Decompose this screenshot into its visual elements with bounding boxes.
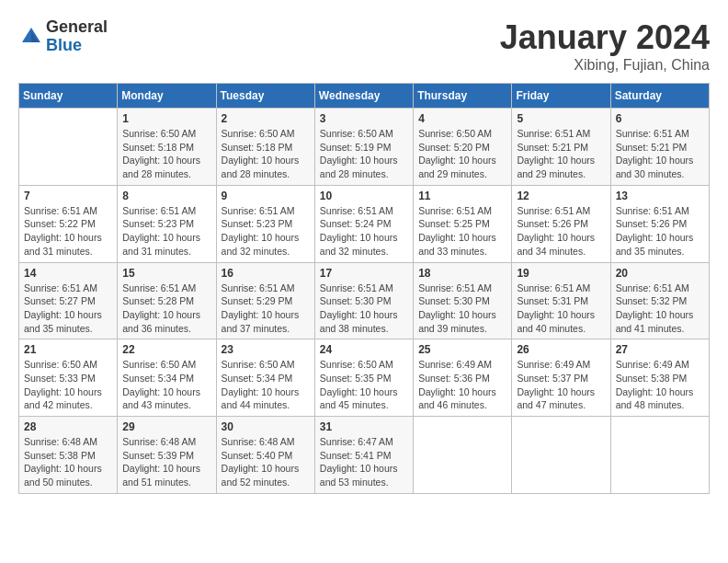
calendar-header-thursday: Thursday: [414, 84, 512, 109]
calendar-cell: 21Sunrise: 6:50 AM Sunset: 5:33 PM Dayli…: [19, 339, 118, 417]
day-info: Sunrise: 6:51 AM Sunset: 5:31 PM Dayligh…: [517, 282, 605, 336]
day-number: 1: [122, 112, 210, 125]
day-info: Sunrise: 6:50 AM Sunset: 5:35 PM Dayligh…: [320, 358, 408, 412]
calendar-week-row: 28Sunrise: 6:48 AM Sunset: 5:38 PM Dayli…: [19, 417, 710, 494]
day-info: Sunrise: 6:51 AM Sunset: 5:23 PM Dayligh…: [222, 204, 310, 259]
calendar-cell: 8Sunrise: 6:51 AM Sunset: 5:23 PM Daylig…: [118, 185, 216, 262]
calendar-cell: 3Sunrise: 6:50 AM Sunset: 5:19 PM Daylig…: [314, 109, 413, 186]
day-number: 4: [418, 112, 506, 125]
day-info: Sunrise: 6:51 AM Sunset: 5:22 PM Dayligh…: [24, 204, 112, 259]
calendar-cell: 16Sunrise: 6:51 AM Sunset: 5:29 PM Dayli…: [216, 262, 314, 339]
day-info: Sunrise: 6:51 AM Sunset: 5:30 PM Dayligh…: [320, 282, 408, 336]
day-info: Sunrise: 6:50 AM Sunset: 5:34 PM Dayligh…: [222, 358, 310, 412]
day-info: Sunrise: 6:50 AM Sunset: 5:20 PM Dayligh…: [418, 127, 506, 181]
calendar-cell: [19, 109, 118, 186]
day-number: 10: [320, 190, 408, 202]
calendar-cell: 30Sunrise: 6:48 AM Sunset: 5:40 PM Dayli…: [216, 417, 314, 494]
day-number: 19: [517, 267, 605, 280]
day-info: Sunrise: 6:51 AM Sunset: 5:32 PM Dayligh…: [616, 282, 704, 336]
day-info: Sunrise: 6:51 AM Sunset: 5:21 PM Dayligh…: [517, 127, 605, 181]
day-info: Sunrise: 6:50 AM Sunset: 5:18 PM Dayligh…: [222, 127, 310, 181]
day-info: Sunrise: 6:48 AM Sunset: 5:40 PM Dayligh…: [222, 435, 310, 489]
calendar-header-saturday: Saturday: [610, 84, 709, 109]
day-number: 12: [517, 190, 605, 202]
day-info: Sunrise: 6:51 AM Sunset: 5:26 PM Dayligh…: [517, 204, 605, 259]
calendar-cell: 13Sunrise: 6:51 AM Sunset: 5:26 PM Dayli…: [610, 185, 709, 262]
calendar-cell: 22Sunrise: 6:50 AM Sunset: 5:34 PM Dayli…: [118, 339, 216, 417]
logo: General Blue: [18, 18, 108, 55]
day-number: 28: [24, 420, 112, 433]
day-number: 13: [616, 190, 704, 202]
day-number: 29: [122, 420, 210, 433]
logo-blue: Blue: [46, 37, 108, 55]
calendar-cell: 4Sunrise: 6:50 AM Sunset: 5:20 PM Daylig…: [414, 109, 512, 186]
day-info: Sunrise: 6:51 AM Sunset: 5:29 PM Dayligh…: [222, 282, 310, 336]
day-number: 2: [222, 112, 310, 125]
calendar-week-row: 14Sunrise: 6:51 AM Sunset: 5:27 PM Dayli…: [19, 262, 710, 339]
day-info: Sunrise: 6:47 AM Sunset: 5:41 PM Dayligh…: [320, 435, 408, 489]
calendar-header-row: SundayMondayTuesdayWednesdayThursdayFrid…: [19, 84, 710, 109]
calendar-header-wednesday: Wednesday: [314, 84, 413, 109]
day-number: 18: [418, 267, 506, 280]
logo-icon: [18, 24, 44, 50]
day-number: 20: [616, 267, 704, 280]
calendar-cell: 11Sunrise: 6:51 AM Sunset: 5:25 PM Dayli…: [414, 185, 512, 262]
day-number: 9: [222, 190, 310, 202]
calendar-cell: 17Sunrise: 6:51 AM Sunset: 5:30 PM Dayli…: [314, 262, 413, 339]
calendar-cell: 5Sunrise: 6:51 AM Sunset: 5:21 PM Daylig…: [512, 109, 610, 186]
day-info: Sunrise: 6:51 AM Sunset: 5:28 PM Dayligh…: [122, 282, 210, 336]
logo-text: General Blue: [46, 18, 108, 55]
calendar-cell: 18Sunrise: 6:51 AM Sunset: 5:30 PM Dayli…: [414, 262, 512, 339]
day-info: Sunrise: 6:48 AM Sunset: 5:38 PM Dayligh…: [24, 435, 112, 489]
day-number: 22: [122, 343, 210, 356]
day-number: 17: [320, 267, 408, 280]
day-number: 21: [24, 343, 112, 356]
day-info: Sunrise: 6:49 AM Sunset: 5:36 PM Dayligh…: [418, 358, 506, 412]
day-info: Sunrise: 6:50 AM Sunset: 5:18 PM Dayligh…: [122, 127, 210, 181]
day-info: Sunrise: 6:49 AM Sunset: 5:37 PM Dayligh…: [517, 358, 605, 412]
day-number: 7: [24, 190, 112, 202]
logo-general: General: [46, 18, 108, 37]
calendar-cell: [414, 417, 512, 494]
calendar-cell: 31Sunrise: 6:47 AM Sunset: 5:41 PM Dayli…: [314, 417, 413, 494]
calendar-cell: 20Sunrise: 6:51 AM Sunset: 5:32 PM Dayli…: [610, 262, 709, 339]
calendar-cell: [512, 417, 610, 494]
calendar-cell: 1Sunrise: 6:50 AM Sunset: 5:18 PM Daylig…: [118, 109, 216, 186]
calendar-cell: 7Sunrise: 6:51 AM Sunset: 5:22 PM Daylig…: [19, 185, 118, 262]
day-number: 24: [320, 343, 408, 356]
day-info: Sunrise: 6:51 AM Sunset: 5:30 PM Dayligh…: [418, 282, 506, 336]
calendar-cell: 29Sunrise: 6:48 AM Sunset: 5:39 PM Dayli…: [118, 417, 216, 494]
day-info: Sunrise: 6:50 AM Sunset: 5:19 PM Dayligh…: [320, 127, 408, 181]
day-number: 30: [222, 420, 310, 433]
day-info: Sunrise: 6:51 AM Sunset: 5:23 PM Dayligh…: [122, 204, 210, 259]
day-info: Sunrise: 6:50 AM Sunset: 5:34 PM Dayligh…: [122, 358, 210, 412]
calendar-table: SundayMondayTuesdayWednesdayThursdayFrid…: [18, 83, 710, 494]
day-info: Sunrise: 6:49 AM Sunset: 5:38 PM Dayligh…: [616, 358, 704, 412]
day-number: 5: [517, 112, 605, 125]
day-number: 15: [122, 267, 210, 280]
day-info: Sunrise: 6:51 AM Sunset: 5:27 PM Dayligh…: [24, 282, 112, 336]
calendar-cell: 23Sunrise: 6:50 AM Sunset: 5:34 PM Dayli…: [216, 339, 314, 417]
calendar-cell: 14Sunrise: 6:51 AM Sunset: 5:27 PM Dayli…: [19, 262, 118, 339]
calendar-cell: 28Sunrise: 6:48 AM Sunset: 5:38 PM Dayli…: [19, 417, 118, 494]
day-info: Sunrise: 6:50 AM Sunset: 5:33 PM Dayligh…: [24, 358, 112, 412]
title-block: January 2024 Xibing, Fujian, China: [500, 18, 710, 74]
calendar-cell: 6Sunrise: 6:51 AM Sunset: 5:21 PM Daylig…: [610, 109, 709, 186]
calendar-cell: 2Sunrise: 6:50 AM Sunset: 5:18 PM Daylig…: [216, 109, 314, 186]
day-number: 31: [320, 420, 408, 433]
day-number: 3: [320, 112, 408, 125]
calendar-cell: 15Sunrise: 6:51 AM Sunset: 5:28 PM Dayli…: [118, 262, 216, 339]
calendar-cell: 25Sunrise: 6:49 AM Sunset: 5:36 PM Dayli…: [414, 339, 512, 417]
day-number: 26: [517, 343, 605, 356]
day-info: Sunrise: 6:51 AM Sunset: 5:25 PM Dayligh…: [418, 204, 506, 259]
calendar-week-row: 21Sunrise: 6:50 AM Sunset: 5:33 PM Dayli…: [19, 339, 710, 417]
day-info: Sunrise: 6:51 AM Sunset: 5:26 PM Dayligh…: [616, 204, 704, 259]
calendar-header-friday: Friday: [512, 84, 610, 109]
day-number: 16: [222, 267, 310, 280]
calendar-cell: 19Sunrise: 6:51 AM Sunset: 5:31 PM Dayli…: [512, 262, 610, 339]
day-info: Sunrise: 6:48 AM Sunset: 5:39 PM Dayligh…: [122, 435, 210, 489]
calendar-title: January 2024: [500, 18, 710, 57]
calendar-header-monday: Monday: [118, 84, 216, 109]
day-number: 25: [418, 343, 506, 356]
calendar-cell: 24Sunrise: 6:50 AM Sunset: 5:35 PM Dayli…: [314, 339, 413, 417]
